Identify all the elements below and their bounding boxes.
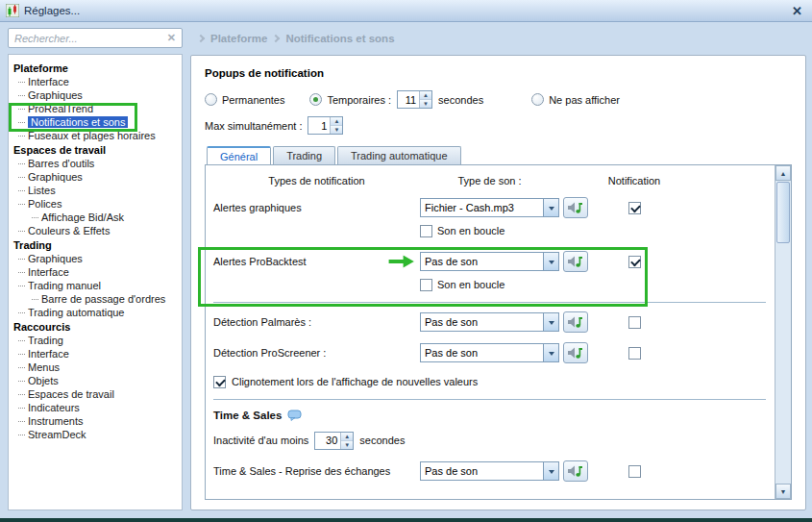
- sidebar-section-raccourcis[interactable]: Raccourcis: [12, 319, 179, 334]
- sidebar-item-trading-interface[interactable]: Interface: [18, 265, 179, 279]
- sidebar-item-plateforme-interface[interactable]: Interface: [18, 75, 179, 88]
- tab-trading-automatique[interactable]: Trading automatique: [337, 146, 461, 164]
- notification-checkbox[interactable]: [628, 316, 641, 329]
- tree-label: Indicateurs: [28, 402, 80, 413]
- sidebar-section-espaces-de-travail[interactable]: Espaces de travail: [12, 142, 179, 157]
- sound-select-proscreener[interactable]: Pas de son: [420, 343, 559, 362]
- max-simultaneous-stepper[interactable]: 1 ▲ ▼: [308, 116, 343, 135]
- sidebar-item-polices[interactable]: Polices: [18, 197, 179, 211]
- sidebar-item-prorealtrend[interactable]: ProRealTrend: [18, 102, 179, 115]
- sidebar-section-trading[interactable]: Trading: [12, 237, 179, 252]
- sidebar-item-espaces-graphiques[interactable]: Graphiques: [18, 170, 179, 184]
- sidebar-item-couleurs-effets[interactable]: Couleurs & Effets: [18, 224, 179, 237]
- loop-row-probacktest: Son en boucle: [420, 277, 766, 292]
- loop-checkbox[interactable]: [420, 279, 432, 291]
- sound-select-palmares[interactable]: Pas de son: [420, 312, 559, 332]
- sound-select-value: Pas de son: [421, 253, 543, 270]
- notification-checkbox[interactable]: [628, 256, 641, 268]
- sidebar-section-plateforme[interactable]: Plateforme: [12, 61, 179, 75]
- loop-label: Son en boucle: [437, 279, 504, 290]
- radio-ne-pas-afficher[interactable]: [531, 93, 544, 106]
- radio-permanentes[interactable]: [205, 93, 217, 106]
- tree-line: [18, 204, 25, 205]
- sidebar-item-barre-passage-ordres[interactable]: Barre de passage d'ordres: [32, 292, 179, 306]
- scroll-thumb[interactable]: [776, 182, 790, 243]
- titlebar[interactable]: Réglages... ✕: [0, 0, 812, 22]
- sound-select-value: Pas de son: [421, 462, 543, 480]
- temporaires-seconds-stepper[interactable]: 11 ▲ ▼: [397, 90, 432, 109]
- settings-tree: Plateforme Interface Graphiques ProRealT…: [8, 54, 183, 510]
- combo-arrow-icon[interactable]: [543, 199, 558, 216]
- combo-arrow-icon[interactable]: [543, 313, 558, 331]
- play-sound-button[interactable]: [563, 311, 588, 333]
- search-placeholder: Rechercher...: [14, 33, 167, 44]
- sidebar-item-trading-automatique[interactable]: Trading automatique: [18, 306, 179, 319]
- tab-trading[interactable]: Trading: [273, 146, 335, 164]
- tree-line: [18, 190, 25, 191]
- tree-label: Trading manuel: [28, 280, 101, 291]
- play-sound-button[interactable]: [563, 460, 588, 482]
- search-input[interactable]: Rechercher... ✕: [8, 28, 183, 48]
- sidebar-item-menus[interactable]: Menus: [18, 360, 179, 374]
- sidebar-item-trading-graphiques[interactable]: Graphiques: [18, 252, 179, 265]
- stepper-up-icon[interactable]: ▲: [331, 117, 342, 126]
- tree-label: Barres d'outils: [28, 158, 94, 169]
- sidebar-item-objets[interactable]: Objets: [18, 374, 179, 387]
- stepper-down-icon[interactable]: ▼: [331, 126, 342, 134]
- tree-label: Raccourcis: [13, 321, 70, 333]
- sidebar-item-listes[interactable]: Listes: [18, 184, 179, 197]
- sidebar-item-instruments[interactable]: Instruments: [18, 414, 179, 428]
- tree-line: [18, 82, 25, 83]
- tree-label: Espaces de travail: [13, 144, 106, 156]
- stepper-down-icon[interactable]: ▼: [420, 100, 431, 108]
- loop-checkbox[interactable]: [420, 225, 432, 237]
- sidebar-item-notifications-et-sons[interactable]: Notifications et sons: [18, 115, 179, 129]
- tree-line: [18, 394, 25, 395]
- sidebar-item-affichage-bid-ask[interactable]: Affichage Bid/Ask: [32, 211, 179, 224]
- sidebar-item-streamdeck[interactable]: StreamDeck: [18, 428, 179, 441]
- sidebar-item-raccourcis-espaces[interactable]: Espaces de travail: [18, 387, 179, 401]
- sidebar-item-fuseaux[interactable]: Fuseaux et plages horaires: [18, 129, 179, 142]
- header-type-de-son: Type de son :: [420, 175, 559, 186]
- sound-select-probacktest[interactable]: Pas de son: [420, 252, 559, 271]
- tree-label: Trading automatique: [28, 307, 125, 318]
- main-column: Plateforme Notifications et sons Popups …: [190, 28, 806, 518]
- loop-label: Son en boucle: [437, 225, 504, 236]
- sidebar-item-trading-manuel[interactable]: Trading manuel: [18, 279, 179, 292]
- notification-checkbox[interactable]: [628, 465, 641, 478]
- sound-select-time-sales[interactable]: Pas de son: [420, 461, 559, 481]
- tree-label: Instruments: [28, 415, 83, 427]
- notification-checkbox[interactable]: [628, 347, 641, 360]
- vertical-scrollbar[interactable]: ▲ ▼: [775, 165, 791, 499]
- sidebar-item-barres-outils[interactable]: Barres d'outils: [18, 157, 179, 170]
- inactivity-stepper[interactable]: 30 ▲ ▼: [314, 432, 354, 450]
- header-types-de-notification: Types de notification: [213, 175, 420, 186]
- play-sound-button[interactable]: [563, 342, 588, 363]
- clear-search-icon[interactable]: ✕: [167, 32, 176, 44]
- sidebar-item-raccourcis-interface[interactable]: Interface: [18, 347, 179, 360]
- stepper-down-icon[interactable]: ▼: [341, 441, 353, 449]
- sound-select-graphiques[interactable]: Fichier - Cash.mp3: [420, 198, 559, 217]
- close-icon[interactable]: ✕: [792, 5, 802, 17]
- tree-label: Menus: [28, 361, 60, 373]
- tab-general[interactable]: Général: [207, 146, 271, 164]
- stepper-up-icon[interactable]: ▲: [341, 433, 353, 441]
- combo-arrow-icon[interactable]: [543, 344, 558, 361]
- blink-checkbox[interactable]: [213, 376, 226, 388]
- scroll-up-icon[interactable]: ▲: [775, 165, 791, 181]
- sidebar-item-plateforme-graphiques[interactable]: Graphiques: [18, 88, 179, 102]
- sidebar-item-raccourcis-trading[interactable]: Trading: [18, 334, 179, 347]
- play-sound-button[interactable]: [563, 197, 588, 218]
- notification-checkbox[interactable]: [628, 202, 641, 214]
- popup-mode-radios: Permanentes Temporaires : 11 ▲ ▼ seconde…: [205, 90, 792, 109]
- combo-arrow-icon[interactable]: [543, 253, 558, 270]
- play-sound-button[interactable]: [563, 251, 588, 272]
- tree-label: Graphiques: [28, 89, 83, 101]
- radio-temporaires[interactable]: [309, 93, 322, 106]
- sidebar-item-indicateurs[interactable]: Indicateurs: [18, 401, 179, 414]
- stepper-up-icon[interactable]: ▲: [420, 91, 431, 100]
- combo-arrow-icon[interactable]: [543, 462, 558, 480]
- tree-line: [32, 217, 38, 218]
- tree-label: Objets: [28, 375, 59, 386]
- scroll-down-icon[interactable]: ▼: [775, 484, 791, 499]
